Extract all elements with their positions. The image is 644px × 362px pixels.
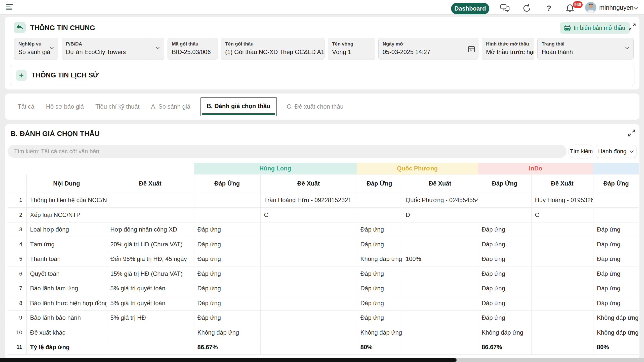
row-number: 9 [8,310,26,325]
row-number: 5 [8,252,26,266]
row-content: Xếp loại NCC/NTP [26,208,107,222]
field-7: Hình thức mở thầuMở thầu trước hạn [482,38,534,60]
history-section[interactable]: + THÔNG TIN LỊCH SỬ [10,65,634,86]
vendor-band-3: InDo [478,163,593,174]
row-cell [531,310,593,325]
evaluation-expand-icon[interactable] [628,129,636,137]
field-label: Tên gói thầu [225,41,320,47]
column-header-5: Đề Xuất [260,174,357,193]
dashboard-button[interactable]: Dashboard [451,3,489,14]
field-value: BID-25.03/006 [172,49,214,56]
chevron-down-icon[interactable] [625,47,629,49]
row-content: Thông tin liên hệ của NCC/NTP [26,193,107,208]
help-icon[interactable]: ? [543,3,554,13]
column-header-1 [8,174,26,193]
row-cell [402,340,478,355]
row-cell [402,325,478,340]
row-cell: C [260,208,357,222]
row-cell: 80% [593,340,639,355]
evaluation-panel: B. ĐÁNH GIÁ CHỌN THẦU Tìm kiếm Hành động… [5,124,639,359]
row-content: Đề xuất khác [26,325,107,340]
row-content: Bảo lãnh bảo hành [26,310,107,325]
row-number: 2 [8,208,26,222]
row-cell: 5% giá trị quyết toán [107,296,194,311]
row-cell: 5% giá trị HĐ [107,310,194,325]
chevron-down-icon[interactable] [155,47,160,49]
print-bid-record-button[interactable]: In biên bản mở thầu [560,22,630,34]
row-content: Quyết toán [26,266,107,281]
search-input[interactable] [8,145,567,158]
column-header-8: Đáp Ứng [478,174,531,193]
row-cell [357,193,402,208]
avatar[interactable] [585,2,596,13]
back-button[interactable] [14,22,26,33]
row-number: 3 [8,222,26,237]
field-3: Mã gói thầuBID-25.03/006 [168,38,218,60]
row-cell: Không đáp ứng [357,325,402,340]
tab-3[interactable]: Tiêu chí kỹ thuật [95,103,139,110]
calendar-icon[interactable] [468,46,475,53]
field-label: Nghiệp vụ [18,41,54,47]
refresh-icon[interactable] [521,3,532,13]
user-menu-chevron-icon[interactable] [633,7,638,10]
field-1[interactable]: Nghiệp vụSo sánh giá [14,38,58,60]
row-cell: Đáp ứng [593,281,639,296]
row-cell: 100% [402,252,478,266]
table-row: 11Tỷ lệ đáp ứng86.67%80%86.67%80% [8,340,639,355]
row-cell [357,208,402,222]
row-number: 1 [8,193,26,208]
tab-label: B. Đánh giá chọn thầu [207,103,270,109]
row-cell [531,222,593,237]
row-cell: Đáp ứng [478,310,531,325]
field-8[interactable]: Trạng tháiHoàn thành [537,38,634,60]
tab-2[interactable]: Hồ sơ báo giá [46,103,84,110]
horizontal-scrollbar[interactable] [0,358,644,362]
field-6[interactable]: Ngày mở05-03-2025 14:27 [378,38,478,60]
printer-icon [564,24,571,31]
plus-icon[interactable]: + [16,70,27,81]
row-cell: Đáp ứng [357,237,402,252]
table-row: 2Xếp loại NCC/NTPCDC [8,208,639,222]
row-cell [194,208,260,222]
tab-6[interactable]: C. Đề xuất chọn thầu [287,103,343,110]
row-cell: 15% giá trị HĐ (Chưa VAT) [107,266,194,281]
tab-label: A. So sánh giá [151,103,190,110]
field-4: Tên gói thầu(1) Gói thầu NC-XD Thép GC&L… [221,38,325,60]
row-cell: Đáp ứng [194,296,260,311]
tab-4[interactable]: A. So sánh giá [151,103,190,110]
chevron-down-icon[interactable] [50,47,54,49]
expand-icon[interactable] [628,23,636,31]
row-cell [107,340,194,355]
column-header-2: Nội Dung [26,174,107,193]
tab-1[interactable]: Tất cả [18,103,34,110]
action-button[interactable]: Hành động [596,145,636,158]
table-row: 7Bảo lãnh tạm ứng5% giá trị quyết toánĐá… [8,281,639,296]
field-2[interactable]: P/B/DADự án EcoCity Towers [62,38,164,60]
menu-icon[interactable] [6,4,14,10]
row-cell: Trần Hoàng Hữu - 09228152321 [260,193,357,208]
vendor-band-1: Hùng Long [194,163,357,174]
table-row: 1Thông tin liên hệ của NCC/NTPTrần Hoàng… [8,193,639,208]
row-cell [260,310,357,325]
tab-5[interactable]: B. Đánh giá chọn thầu [200,97,277,116]
row-cell: Không đáp ứng [593,310,639,325]
row-cell [478,193,531,208]
top-bar: Dashboard ? 940 [0,0,644,15]
row-cell [593,208,639,222]
chat-icon[interactable] [499,3,510,13]
scrollbar-thumb[interactable] [0,358,457,362]
row-cell: Hợp đồng nhân công XD [107,222,194,237]
table-row: 6Quyết toán15% giá trị HĐ (Chưa VAT)Đáp … [8,266,639,281]
row-cell [260,222,357,237]
tab-label: C. Đề xuất chọn thầu [287,103,343,110]
row-number: 4 [8,237,26,252]
row-cell: C [531,208,593,222]
column-header-7: Đề Xuất [402,174,478,193]
row-cell [260,281,357,296]
column-header-3: Đề Xuất [107,174,194,193]
row-cell: Đáp ứng [478,252,531,266]
search-button[interactable]: Tìm kiếm [569,145,594,158]
column-header-10: Đáp Ứng [593,174,639,193]
username[interactable]: minhnguyen [599,4,633,11]
row-content: Tạm ứng [26,237,107,252]
